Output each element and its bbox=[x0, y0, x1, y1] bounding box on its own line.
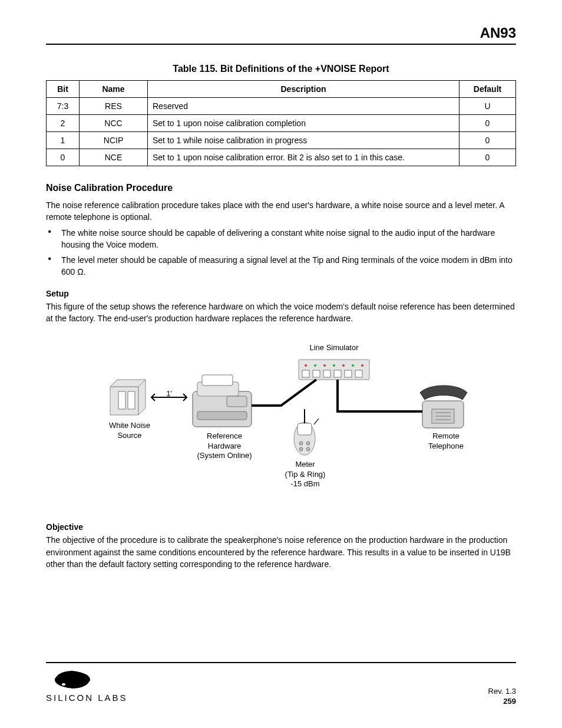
meter-label: Meter (Tip & Ring) -15 dBm bbox=[279, 460, 332, 489]
svg-rect-25 bbox=[297, 423, 312, 435]
requirements-list: The white noise source should be capable… bbox=[46, 227, 516, 278]
svg-rect-12 bbox=[345, 370, 352, 377]
cell-def: U bbox=[459, 98, 516, 115]
figure: Line Simulator 1' White Noise Source Ref… bbox=[46, 335, 516, 512]
cell-name: RES bbox=[80, 98, 148, 115]
svg-rect-11 bbox=[334, 370, 341, 377]
svg-point-2 bbox=[314, 364, 316, 367]
svg-point-4 bbox=[333, 364, 335, 367]
intro-text: The noise reference calibration procedur… bbox=[46, 199, 516, 223]
th-bit: Bit bbox=[47, 81, 80, 98]
svg-point-28 bbox=[299, 447, 303, 451]
page-number: 259 bbox=[488, 697, 516, 706]
meter-icon bbox=[294, 419, 319, 455]
svg-rect-23 bbox=[227, 396, 247, 407]
svg-point-29 bbox=[306, 447, 310, 451]
cell-desc: Reserved bbox=[148, 98, 459, 115]
cell-def: 0 bbox=[459, 149, 516, 166]
reference-hardware-label-l1: Reference bbox=[207, 431, 242, 440]
page-footer: SILICON LABS Rev. 1.3 259 bbox=[46, 662, 516, 706]
header-rule bbox=[46, 44, 516, 45]
bit-definition-table: Bit Name Description Default 7:3 RES Res… bbox=[46, 80, 516, 166]
revision-label: Rev. 1.3 bbox=[488, 687, 516, 696]
reference-hardware-label: Reference Hardware (System Online) bbox=[189, 431, 260, 460]
cell-def: 0 bbox=[459, 115, 516, 132]
footer-rule bbox=[46, 662, 516, 663]
remote-telephone-label-l2: Telephone bbox=[428, 442, 464, 450]
table-header-row: Bit Name Description Default bbox=[47, 81, 516, 98]
svg-rect-8 bbox=[302, 370, 309, 377]
cell-bit: 7:3 bbox=[47, 98, 80, 115]
table-row: 0 NCE Set to 1 upon noise calibration er… bbox=[47, 149, 516, 166]
noise-source-label-l1: White Noise bbox=[109, 421, 150, 430]
setup-text: This figure of the setup shows the refer… bbox=[46, 301, 516, 325]
reference-hardware-label-l2: Hardware bbox=[208, 442, 241, 450]
table-row: 7:3 RES Reserved U bbox=[47, 98, 516, 115]
cell-name: NCC bbox=[80, 115, 148, 132]
objective-heading: Objective bbox=[46, 522, 516, 532]
silicon-labs-logo: SILICON LABS bbox=[46, 668, 134, 706]
reference-hardware-label-l3: (System Online) bbox=[197, 451, 252, 460]
svg-rect-13 bbox=[355, 370, 362, 377]
th-name: Name bbox=[80, 81, 148, 98]
th-desc: Description bbox=[148, 81, 459, 98]
svg-rect-17 bbox=[118, 391, 125, 409]
svg-point-3 bbox=[323, 364, 326, 367]
svg-point-7 bbox=[361, 364, 363, 367]
svg-rect-18 bbox=[128, 391, 135, 409]
remote-telephone-icon bbox=[420, 386, 467, 428]
meter-label-l3: -15 dBm bbox=[290, 479, 319, 488]
cell-bit: 0 bbox=[47, 149, 80, 166]
svg-point-37 bbox=[62, 683, 65, 686]
list-item: The level meter should be capable of mea… bbox=[48, 254, 516, 278]
cell-name: NCIP bbox=[80, 132, 148, 149]
cell-bit: 1 bbox=[47, 132, 80, 149]
table-row: 1 NCIP Set to 1 while noise calibration … bbox=[47, 132, 516, 149]
table-caption: Table 115. Bit Definitions of the +VNOIS… bbox=[46, 64, 516, 74]
svg-point-27 bbox=[306, 442, 310, 445]
cell-name: NCE bbox=[80, 149, 148, 166]
cell-desc: Set to 1 while noise calibration in prog… bbox=[148, 132, 459, 149]
noise-source-label-l2: Source bbox=[117, 431, 141, 440]
doc-title: AN93 bbox=[46, 25, 516, 41]
svg-point-6 bbox=[352, 364, 354, 367]
remote-telephone-label-l1: Remote bbox=[432, 431, 459, 440]
svg-rect-9 bbox=[313, 370, 320, 377]
line-simulator-icon bbox=[299, 360, 369, 380]
list-item: The white noise source should be capable… bbox=[48, 227, 516, 251]
setup-heading: Setup bbox=[46, 289, 516, 298]
svg-rect-21 bbox=[202, 375, 233, 386]
svg-line-30 bbox=[314, 419, 319, 424]
cell-desc: Set to 1 upon noise calibration completi… bbox=[148, 115, 459, 132]
noise-source-label: White Noise Source bbox=[97, 421, 162, 440]
svg-point-5 bbox=[342, 364, 345, 367]
cell-def: 0 bbox=[459, 132, 516, 149]
white-noise-source-icon bbox=[110, 380, 146, 415]
cell-bit: 2 bbox=[47, 115, 80, 132]
section-heading: Noise Calibration Procedure bbox=[46, 183, 516, 193]
line-simulator-label: Line Simulator bbox=[299, 343, 369, 353]
svg-rect-10 bbox=[323, 370, 330, 377]
svg-point-1 bbox=[305, 364, 307, 367]
meter-label-l2: (Tip & Ring) bbox=[285, 470, 326, 479]
objective-text: The objective of the procedure is to cal… bbox=[46, 534, 516, 570]
svg-point-26 bbox=[299, 442, 303, 445]
svg-rect-22 bbox=[197, 411, 247, 420]
remote-telephone-label: Remote Telephone bbox=[416, 431, 475, 451]
cell-desc: Set to 1 upon noise calibration error. B… bbox=[148, 149, 459, 166]
logo-text: SILICON LABS bbox=[46, 693, 128, 703]
one-foot-label: 1' bbox=[161, 389, 177, 398]
th-def: Default bbox=[459, 81, 516, 98]
meter-label-l1: Meter bbox=[295, 460, 315, 469]
table-row: 2 NCC Set to 1 upon noise calibration co… bbox=[47, 115, 516, 132]
reference-hardware-icon bbox=[193, 375, 252, 427]
